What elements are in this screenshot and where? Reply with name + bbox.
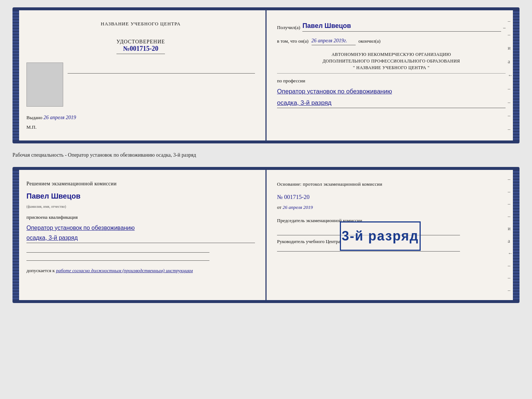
vtom-label: в том, что он(а)	[277, 38, 309, 45]
dash-1: –	[503, 24, 506, 32]
org-block: АВТОНОМНУЮ НЕКОММЕРЧЕСКУЮ ОРГАНИЗАЦИЮ ДО…	[277, 51, 506, 74]
ot-date: 26 апреля 2019	[283, 204, 313, 210]
dopuskaetsya-label: допускается к	[26, 268, 55, 273]
spine-right-1	[513, 10, 520, 140]
komissia-fio-hint: (фамилия, имя, отчество)	[26, 204, 66, 209]
org-line2: ДОПОЛНИТЕЛЬНОГО ПРОФЕССИОНАЛЬНОГО ОБРАЗО…	[323, 58, 460, 64]
document-card-2: Решением экзаменационной комиссии Павел …	[12, 167, 520, 303]
right-dashes-2: – – – – и а ← – – –	[508, 170, 513, 300]
prisvoena-line: присвоена квалификация	[26, 213, 255, 221]
photo-placeholder	[26, 63, 63, 107]
razryad-value-1: осадка, 3-й разряд	[277, 98, 506, 108]
dopuskaetsya-block: допускается к работе согласно должностны…	[26, 267, 255, 275]
poluchil-label: Получил(а)	[277, 24, 300, 32]
osnovanie-line: Основание: протокол экзаменационной коми…	[277, 180, 506, 188]
org-line1: АВТОНОМНУЮ НЕКОММЕРЧЕСКУЮ ОРГАНИЗАЦИЮ	[331, 52, 451, 57]
stamp-text: 3-й разряд	[342, 225, 419, 247]
komissia-name: Павел Швецов	[26, 190, 255, 202]
doc1-left-panel: НАЗВАНИЕ УЧЕБНОГО ЦЕНТРА УДОСТОВЕРЕНИЕ №…	[15, 10, 266, 140]
vtom-date: 26 апреля 2019г.	[312, 37, 356, 45]
mp-label: М.П.	[26, 124, 36, 130]
komissia-name-block: Павел Швецов (фамилия, имя, отчество)	[26, 190, 255, 210]
vydano-line: Выдано 26 апреля 2019	[26, 115, 76, 121]
page-wrapper: НАЗВАНИЕ УЧЕБНОГО ЦЕНТРА УДОСТОВЕРЕНИЕ №…	[12, 7, 520, 303]
sig-line-1	[26, 246, 209, 253]
udostoverenie-block: УДОСТОВЕРЕНИЕ №001715-20	[116, 39, 165, 54]
stamp: 3-й разряд	[340, 221, 421, 251]
dopuskaetsya-val: работе согласно должностным (производств…	[56, 268, 193, 273]
separator-label: Рабочая специальность - Оператор установ…	[12, 150, 520, 160]
org-line3: " НАЗВАНИЕ УЧЕБНОГО ЦЕНТРА "	[353, 65, 429, 70]
signature-lines	[26, 246, 255, 261]
vtom-line: в том, что он(а) 26 апреля 2019г. окончи…	[277, 37, 506, 45]
spine-right-2	[513, 170, 520, 300]
udostoverenie-number: №001715-20	[116, 45, 165, 54]
doc2-right-panel: Основание: протокол экзаменационной коми…	[266, 170, 517, 300]
doc2-left-panel: Решением экзаменационной комиссии Павел …	[15, 170, 266, 300]
profession-value-2: Оператор установок по обезвоживанию	[26, 223, 255, 233]
poluchil-name: Павел Швецов	[302, 21, 501, 32]
okonchil-label: окончил(а)	[359, 38, 381, 45]
vydano-date: 26 апреля 2019	[44, 115, 76, 120]
udostoverenie-label: УДОСТОВЕРЕНИЕ	[116, 39, 165, 45]
resheniyem-line: Решением экзаменационной комиссии	[26, 180, 255, 188]
document-card-1: НАЗВАНИЕ УЧЕБНОГО ЦЕНТРА УДОСТОВЕРЕНИЕ №…	[12, 7, 520, 143]
doc1-right-panel: Получил(а) Павел Швецов – в том, что он(…	[266, 10, 517, 140]
profession-value-1: Оператор установок по обезвоживанию	[277, 86, 506, 96]
sig-line-2	[26, 254, 209, 261]
razryad-value-2: осадка, 3-й разряд	[26, 233, 255, 243]
protocol-number: № 001715-20	[277, 192, 506, 202]
po-professii-line: по профессии	[277, 77, 506, 85]
right-dashes-1: – – и а ← – – – –	[508, 10, 513, 140]
doc1-header-title: НАЗВАНИЕ УЧЕБНОГО ЦЕНТРА	[101, 21, 180, 27]
ot-line: от 26 апреля 2019	[277, 203, 506, 211]
poluchil-line: Получил(а) Павел Швецов –	[277, 21, 506, 32]
